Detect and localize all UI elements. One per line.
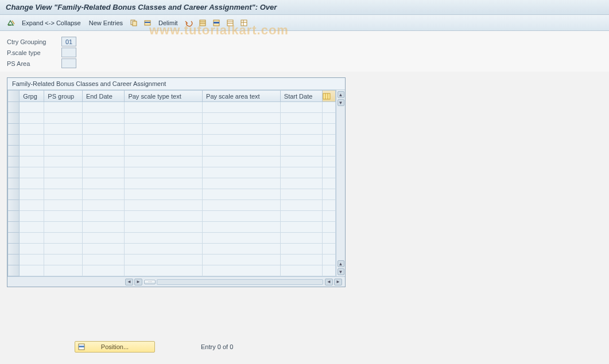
cell[interactable] <box>44 200 83 211</box>
cell[interactable] <box>280 124 323 135</box>
table-row[interactable] <box>8 211 336 222</box>
cell[interactable] <box>82 200 125 211</box>
cell[interactable] <box>44 265 83 276</box>
scroll-left-end-icon[interactable]: ◄ <box>325 279 333 285</box>
table-row[interactable] <box>8 233 336 244</box>
cell[interactable] <box>203 189 281 200</box>
cell[interactable] <box>203 135 281 146</box>
table-row[interactable] <box>8 178 336 189</box>
cell[interactable] <box>44 135 83 146</box>
cell[interactable] <box>125 156 203 167</box>
table-row[interactable] <box>8 135 336 146</box>
horizontal-scrollbar[interactable]: ◄ ► ⋯ ◄ ► <box>7 276 345 287</box>
cell[interactable] <box>20 222 44 233</box>
cell[interactable] <box>280 222 323 233</box>
cell[interactable] <box>82 124 125 135</box>
cell[interactable] <box>44 255 83 265</box>
table-row[interactable] <box>8 222 336 233</box>
cell[interactable] <box>82 113 125 124</box>
row-selector[interactable] <box>8 135 20 146</box>
cell[interactable] <box>280 189 323 200</box>
scroll-drag-handle[interactable]: ⋯ <box>144 280 156 284</box>
delete-icon[interactable] <box>142 18 153 28</box>
cell[interactable] <box>323 200 336 211</box>
cell[interactable] <box>82 146 125 156</box>
cell[interactable] <box>323 113 336 124</box>
vertical-scrollbar[interactable]: ▲ ▼ ▲ ▼ <box>336 90 345 276</box>
cell[interactable] <box>82 102 125 113</box>
cell[interactable] <box>20 102 44 113</box>
cell[interactable] <box>280 102 323 113</box>
row-selector[interactable] <box>8 146 20 156</box>
table-row[interactable] <box>8 200 336 211</box>
cell[interactable] <box>323 102 336 113</box>
cell[interactable] <box>20 265 44 276</box>
cell[interactable] <box>125 178 203 189</box>
cell[interactable] <box>20 200 44 211</box>
col-pay-scale-area-text[interactable]: Pay scale area text <box>203 91 281 102</box>
cell[interactable] <box>125 113 203 124</box>
cell[interactable] <box>323 156 336 167</box>
cell[interactable] <box>125 255 203 265</box>
cell[interactable] <box>20 113 44 124</box>
scroll-right-end-icon[interactable]: ► <box>334 279 342 285</box>
row-selector[interactable] <box>8 255 20 265</box>
cell[interactable] <box>125 233 203 244</box>
cell[interactable] <box>280 146 323 156</box>
cell[interactable] <box>20 255 44 265</box>
cell[interactable] <box>20 233 44 244</box>
cell[interactable] <box>44 222 83 233</box>
table-row[interactable] <box>8 244 336 255</box>
cell[interactable] <box>44 113 83 124</box>
col-grpg[interactable]: Grpg <box>20 91 44 102</box>
cell[interactable] <box>20 178 44 189</box>
cell[interactable] <box>125 265 203 276</box>
cell[interactable] <box>125 102 203 113</box>
cell[interactable] <box>203 113 281 124</box>
scroll-up-bottom-icon[interactable]: ▲ <box>338 260 344 267</box>
table-row[interactable] <box>8 265 336 276</box>
row-selector[interactable] <box>8 102 20 113</box>
undo-icon[interactable] <box>184 18 194 28</box>
cell[interactable] <box>44 233 83 244</box>
scroll-up-icon[interactable]: ▲ <box>338 91 344 98</box>
cell[interactable] <box>203 211 281 222</box>
col-config[interactable] <box>323 91 336 102</box>
row-selector[interactable] <box>8 167 20 178</box>
cell[interactable] <box>323 178 336 189</box>
position-button[interactable]: Position... <box>75 341 155 353</box>
table-row[interactable] <box>8 146 336 156</box>
row-selector[interactable] <box>8 189 20 200</box>
col-ps-group[interactable]: PS group <box>44 91 83 102</box>
cell[interactable] <box>203 265 281 276</box>
cell[interactable] <box>323 189 336 200</box>
cell[interactable] <box>125 135 203 146</box>
cell[interactable] <box>44 156 83 167</box>
cell[interactable] <box>20 167 44 178</box>
cell[interactable] <box>280 167 323 178</box>
row-selector[interactable] <box>8 211 20 222</box>
col-start-date[interactable]: Start Date <box>280 91 323 102</box>
cell[interactable] <box>280 113 323 124</box>
row-selector[interactable] <box>8 222 20 233</box>
scroll-right-icon[interactable]: ► <box>134 279 142 285</box>
cell[interactable] <box>125 167 203 178</box>
table-row[interactable] <box>8 113 336 124</box>
cell[interactable] <box>203 156 281 167</box>
row-selector[interactable] <box>8 244 20 255</box>
cell[interactable] <box>125 222 203 233</box>
cell[interactable] <box>82 178 125 189</box>
scroll-down-icon[interactable]: ▼ <box>338 99 344 106</box>
row-selector[interactable] <box>8 200 20 211</box>
cell[interactable] <box>82 156 125 167</box>
cell[interactable] <box>203 233 281 244</box>
table-row[interactable] <box>8 167 336 178</box>
cell[interactable] <box>20 211 44 222</box>
cell[interactable] <box>82 233 125 244</box>
new-entries-button[interactable]: New Entries <box>87 18 125 28</box>
cell[interactable] <box>125 189 203 200</box>
cell[interactable] <box>20 124 44 135</box>
cell[interactable] <box>203 124 281 135</box>
cell[interactable] <box>82 255 125 265</box>
deselect-all-icon[interactable] <box>225 18 235 28</box>
